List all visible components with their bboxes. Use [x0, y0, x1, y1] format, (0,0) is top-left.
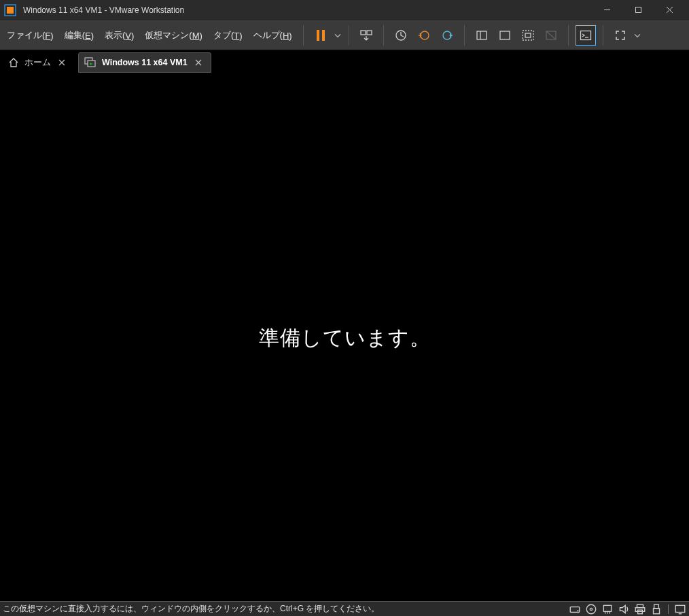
menu-vm[interactable]: 仮想マシン(M) [139, 21, 208, 50]
menu-edit-hotkey: E [85, 31, 91, 41]
menu-help-prefix: ヘルプ( [253, 29, 283, 41]
svg-point-29 [577, 610, 578, 611]
toolbar-separator [568, 25, 569, 46]
minimize-button[interactable] [591, 1, 622, 19]
maximize-button[interactable] [622, 1, 654, 19]
menu-file-suffix: ) [50, 31, 53, 41]
svg-rect-17 [525, 33, 531, 37]
menu-tab-hotkey: T [234, 31, 239, 41]
menu-file[interactable]: ファイル(F) [1, 21, 59, 50]
menu-edit-prefix: 編集( [65, 29, 85, 41]
toolbar-separator [383, 25, 384, 46]
stretch-guest-button[interactable] [518, 25, 538, 46]
svg-rect-40 [654, 608, 660, 613]
toolbar-separator [464, 25, 465, 46]
svg-rect-41 [675, 605, 685, 612]
app-icon [4, 4, 16, 16]
network-adapter-icon[interactable] [601, 603, 614, 615]
svg-point-31 [590, 608, 592, 610]
fullscreen-dropdown[interactable] [632, 29, 643, 42]
menu-view-hotkey: V [125, 31, 131, 41]
svg-point-11 [421, 31, 429, 39]
svg-rect-9 [367, 31, 372, 35]
unity-mode-button[interactable] [541, 25, 561, 46]
tab-home[interactable]: ホーム [3, 52, 74, 73]
menu-vm-prefix: 仮想マシン( [145, 29, 192, 41]
status-separator [668, 604, 669, 614]
svg-rect-8 [361, 31, 366, 35]
menu-edit-suffix: ) [91, 31, 94, 41]
snapshot-manager-button[interactable] [437, 25, 457, 46]
menu-tab[interactable]: タブ(T) [208, 21, 248, 50]
printer-icon[interactable] [634, 603, 646, 615]
show-sidebar-button[interactable] [472, 25, 492, 46]
sound-icon[interactable] [618, 603, 630, 615]
tab-vm-close[interactable] [193, 57, 204, 68]
svg-rect-20 [580, 31, 590, 40]
svg-rect-13 [477, 31, 487, 39]
svg-rect-7 [322, 30, 325, 41]
menu-view-suffix: ) [131, 31, 134, 41]
take-snapshot-button[interactable] [391, 25, 411, 46]
menu-vm-hotkey: M [192, 31, 200, 41]
pause-button[interactable] [311, 25, 331, 46]
toolbar-separator [349, 25, 349, 46]
tabstrip: ホーム Windows 11 x64 VM1 [0, 50, 689, 75]
menubar: ファイル(F) 編集(E) 表示(V) 仮想マシン(M) タブ(T) ヘルプ(H… [0, 20, 689, 50]
window-controls [591, 1, 685, 19]
close-button[interactable] [654, 1, 685, 19]
menu-help-suffix: ) [289, 31, 292, 41]
svg-rect-6 [317, 30, 319, 41]
svg-rect-32 [603, 605, 611, 611]
svg-point-30 [586, 604, 596, 614]
tab-vm-label: Windows 11 x64 VM1 [102, 58, 188, 67]
menu-file-prefix: ファイル( [7, 29, 45, 41]
tab-vm[interactable]: Windows 11 x64 VM1 [78, 52, 211, 73]
guest-status-message: 準備しています。 [259, 324, 431, 352]
statusbar: この仮想マシンに直接入力するには、ウィンドウの内側をクリックするか、Ctrl+G… [0, 601, 689, 616]
svg-rect-39 [654, 604, 659, 609]
vm-running-icon [84, 57, 96, 68]
svg-line-19 [546, 31, 556, 39]
tab-home-label: ホーム [24, 57, 51, 69]
svg-rect-16 [523, 31, 533, 40]
menu-view[interactable]: 表示(V) [99, 21, 139, 50]
titlebar: Windows 11 x64 VM1 - VMware Workstation [0, 0, 689, 20]
menu-tab-prefix: タブ( [213, 29, 234, 41]
menu-help-hotkey: H [283, 31, 289, 41]
toolbar-separator [603, 25, 603, 46]
svg-rect-1 [7, 7, 14, 14]
cddvd-icon[interactable] [585, 603, 597, 615]
usb-icon[interactable] [650, 603, 662, 615]
toolbar-separator [303, 25, 304, 46]
fullscreen-button[interactable] [610, 25, 631, 46]
menu-help[interactable]: ヘルプ(H) [248, 21, 298, 50]
menu-view-prefix: 表示( [105, 29, 125, 41]
open-console-button[interactable] [576, 25, 596, 46]
menu-tab-suffix: ) [239, 31, 242, 41]
status-hint: この仮想マシンに直接入力するには、ウィンドウの内側をクリックするか、Ctrl+G… [3, 603, 569, 615]
show-console-view-button[interactable] [495, 25, 515, 46]
harddisk-icon[interactable] [569, 603, 581, 615]
menu-file-hotkey: F [45, 31, 50, 41]
display-settings-icon[interactable] [674, 603, 686, 615]
svg-rect-3 [635, 7, 641, 13]
status-device-icons [569, 603, 686, 615]
menu-edit[interactable]: 編集(E) [59, 21, 99, 50]
power-dropdown[interactable] [332, 29, 343, 42]
window-title: Windows 11 x64 VM1 - VMware Workstation [23, 5, 591, 15]
guest-display[interactable]: 準備しています。 [0, 75, 689, 601]
menu-vm-suffix: ) [200, 31, 202, 41]
tab-home-close[interactable] [56, 57, 67, 68]
revert-snapshot-button[interactable] [414, 25, 434, 46]
svg-rect-15 [500, 31, 510, 39]
home-icon [8, 57, 19, 68]
send-ctrl-alt-del-button[interactable] [356, 25, 376, 46]
